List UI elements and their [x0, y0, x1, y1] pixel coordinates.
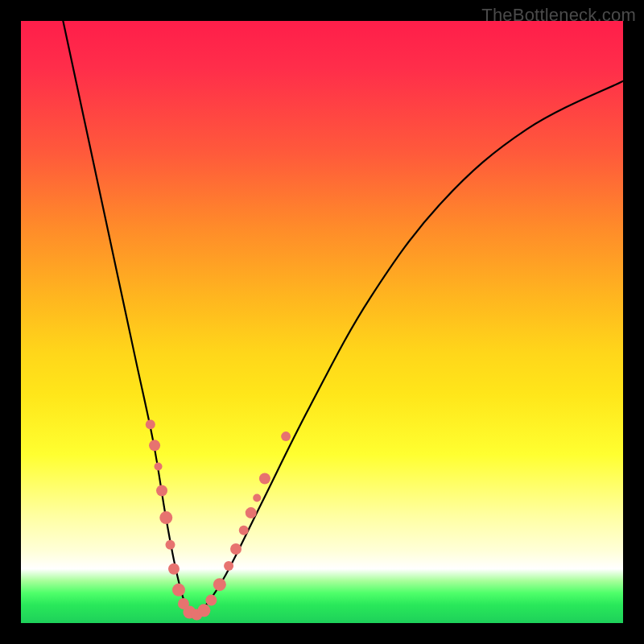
bottleneck-curve [63, 21, 623, 618]
bead [149, 440, 160, 451]
bead [281, 431, 291, 441]
bead [168, 564, 180, 575]
bead [156, 485, 167, 496]
beads-group [146, 419, 291, 620]
bead [224, 561, 233, 571]
chart-svg [21, 21, 623, 623]
bead [166, 540, 175, 550]
bead [172, 584, 185, 597]
bead [213, 578, 226, 591]
bead [246, 507, 257, 518]
bead [259, 473, 270, 484]
bead [239, 526, 249, 535]
bead [155, 463, 163, 471]
bead [253, 493, 261, 502]
bead [205, 595, 217, 606]
bead [230, 543, 242, 555]
bead [146, 419, 155, 429]
bead [197, 604, 210, 617]
bead [159, 511, 172, 524]
